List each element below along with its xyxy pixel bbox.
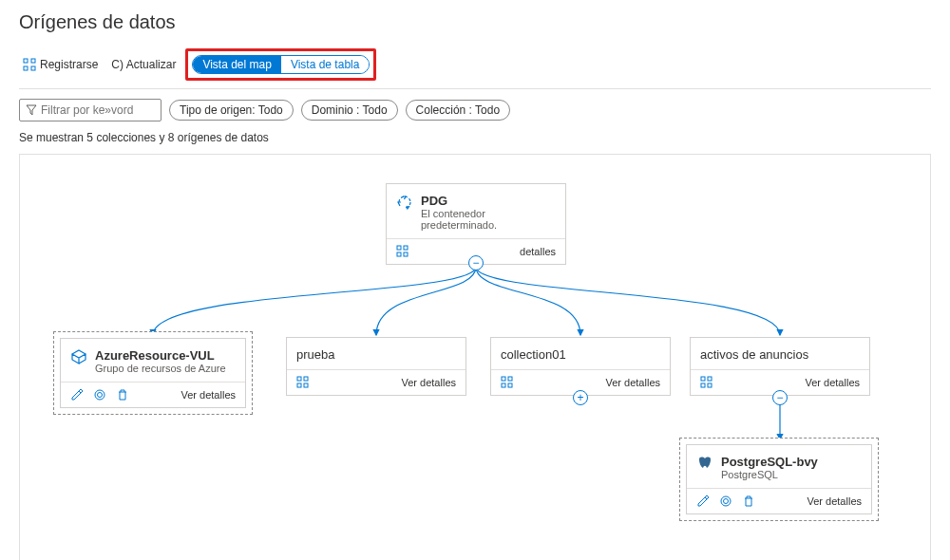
refresh-button[interactable]: C) Actualizar <box>107 56 180 73</box>
svg-rect-2 <box>24 66 28 70</box>
filter-source-type[interactable]: Tipo de origen: Todo <box>169 100 294 121</box>
view-map-button[interactable]: Vista del map <box>193 56 281 73</box>
map-canvas[interactable]: PDG El contenedor predeterminado. detall… <box>19 154 931 560</box>
card-postgres-subtitle: PostgreSQL <box>721 469 818 480</box>
view-toggle-highlight: Vista del map Vista de tabla <box>185 48 376 81</box>
svg-rect-16 <box>502 383 505 387</box>
svg-rect-13 <box>304 383 308 387</box>
grid-small-icon[interactable] <box>501 376 514 389</box>
svg-rect-7 <box>404 252 408 256</box>
card-prueba-details[interactable]: Ver detalles <box>402 377 456 388</box>
filter-domain[interactable]: Dominio : Todo <box>301 100 398 121</box>
card-azure-title: AzureResource-VUL <box>95 348 226 363</box>
postgres-icon <box>696 455 713 472</box>
svg-rect-15 <box>508 377 512 381</box>
trash-icon[interactable] <box>742 495 755 508</box>
grid-icon <box>23 58 36 71</box>
page-title: Orígenes de datos <box>19 11 931 33</box>
svg-rect-17 <box>508 383 512 387</box>
card-root-title: PDG <box>421 194 556 208</box>
view-table-button[interactable]: Vista de tabla <box>281 56 370 73</box>
keyword-filter-wrap[interactable] <box>19 99 162 121</box>
card-ads-title: activos de anuncios <box>700 347 808 362</box>
toggle-root-collapse[interactable]: − <box>468 255 484 271</box>
pencil-icon[interactable] <box>70 388 84 401</box>
svg-rect-10 <box>297 377 301 381</box>
svg-rect-0 <box>24 59 28 63</box>
toggle-collection01-expand[interactable]: + <box>573 390 588 405</box>
filter-row: Tipo de origen: Todo Dominio : Todo Cole… <box>19 99 931 121</box>
card-ads-details[interactable]: Ver detalles <box>806 377 860 388</box>
card-ads-assets[interactable]: activos de anuncios Ver detalles <box>690 337 870 396</box>
scan-icon[interactable] <box>719 495 732 508</box>
status-line: Se muestran 5 colecciones y 8 orígenes d… <box>19 131 931 144</box>
svg-rect-5 <box>404 246 408 250</box>
filter-icon <box>26 104 37 116</box>
svg-point-22 <box>721 496 731 506</box>
svg-rect-4 <box>397 246 401 250</box>
svg-point-23 <box>724 499 729 504</box>
filter-collection[interactable]: Colección : Todo <box>406 100 511 121</box>
trash-icon[interactable] <box>116 388 129 401</box>
card-azure-details[interactable]: Ver detalles <box>181 389 236 401</box>
register-button[interactable]: Registrarse <box>19 56 102 73</box>
svg-rect-19 <box>708 377 712 381</box>
svg-rect-18 <box>701 377 705 381</box>
card-prueba[interactable]: prueba Ver detalles <box>286 337 466 396</box>
toggle-ads-collapse[interactable]: − <box>772 390 788 405</box>
grid-small-icon[interactable] <box>396 245 409 258</box>
card-root-subtitle: El contenedor predeterminado. <box>421 208 556 231</box>
card-root-details[interactable]: detalles <box>520 246 556 257</box>
svg-rect-14 <box>502 377 505 381</box>
card-azure-subtitle: Grupo de recursos de Azure <box>95 363 226 374</box>
recycle-icon <box>396 194 413 211</box>
register-label: Registrarse <box>40 58 98 71</box>
grid-small-icon[interactable] <box>296 376 310 389</box>
card-collection01-title: collection01 <box>501 347 566 362</box>
card-postgres-title: PostgreSQL-bvy <box>721 455 818 469</box>
card-collection01[interactable]: collection01 Ver detalles <box>490 337 671 396</box>
svg-point-8 <box>95 390 104 400</box>
card-postgres-details[interactable]: Ver detalles <box>808 495 862 507</box>
toolbar: Registrarse C) Actualizar Vista del map … <box>19 48 931 89</box>
card-postgres[interactable]: PostgreSQL-bvy PostgreSQL <box>679 438 879 521</box>
card-prueba-title: prueba <box>296 347 334 362</box>
cube-icon <box>70 348 87 365</box>
card-collection01-details[interactable]: Ver detalles <box>606 377 660 388</box>
grid-small-icon[interactable] <box>700 376 713 389</box>
card-root-pdg[interactable]: PDG El contenedor predeterminado. detall… <box>386 183 566 265</box>
svg-rect-3 <box>31 66 35 70</box>
svg-rect-6 <box>397 252 401 256</box>
svg-rect-1 <box>31 59 35 63</box>
svg-rect-11 <box>304 377 308 381</box>
svg-rect-20 <box>701 383 705 387</box>
keyword-filter-input[interactable] <box>41 103 155 117</box>
scan-icon[interactable] <box>93 388 106 401</box>
svg-rect-21 <box>708 383 712 387</box>
svg-rect-12 <box>297 383 301 387</box>
pencil-icon[interactable] <box>696 495 710 508</box>
card-azure-rg[interactable]: AzureResource-VUL Grupo de recursos de A… <box>53 331 253 415</box>
svg-point-9 <box>98 393 103 398</box>
refresh-label: C) Actualizar <box>111 58 176 71</box>
